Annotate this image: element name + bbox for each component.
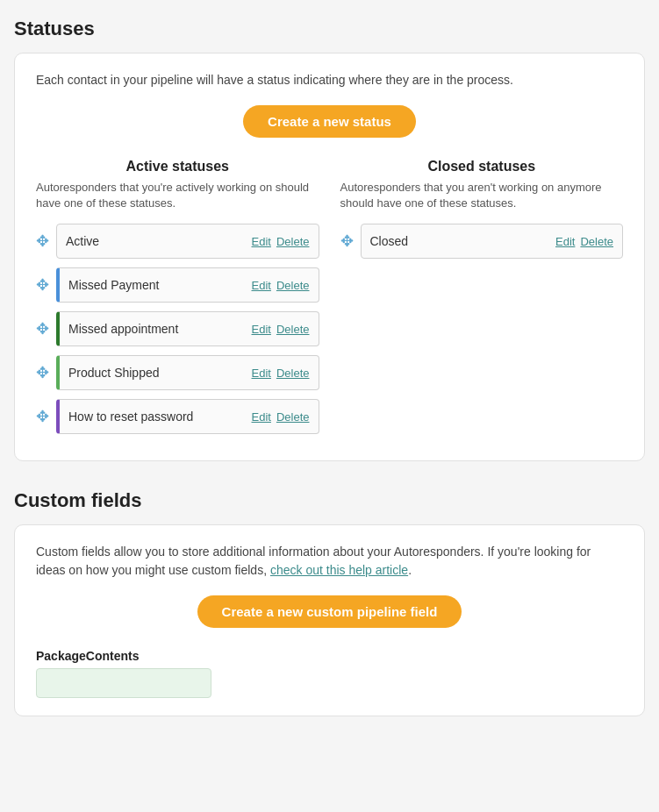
statuses-columns: Active statuses Autoresponders that you'… (36, 159, 623, 443)
status-actions-product-shipped: Edit Delete (252, 367, 310, 380)
drag-handle-icon[interactable]: ✥ (340, 231, 354, 251)
create-status-button[interactable]: Create a new status (243, 105, 416, 138)
custom-fields-description-end: . (408, 563, 412, 577)
edit-active-button[interactable]: Edit (252, 235, 271, 248)
status-item-missed-appointment: ✥ Missed appointment Edit Delete (36, 311, 319, 346)
statuses-description: Each contact in your pipeline will have … (36, 71, 623, 89)
status-label-product-shipped: Product Shipped (68, 366, 247, 380)
custom-field-input[interactable] (36, 668, 211, 698)
active-statuses-header: Active statuses (36, 159, 319, 175)
status-label-closed: Closed (370, 234, 551, 248)
delete-active-button[interactable]: Delete (276, 235, 310, 248)
edit-missed-payment-button[interactable]: Edit (252, 279, 271, 292)
status-box-reset-password: How to reset password Edit Delete (56, 399, 319, 434)
custom-fields-card: Custom fields allow you to store additio… (14, 524, 645, 716)
drag-handle-icon[interactable]: ✥ (36, 363, 49, 382)
statuses-card: Each contact in your pipeline will have … (14, 53, 645, 461)
drag-handle-icon[interactable]: ✥ (36, 231, 49, 251)
status-actions-active: Edit Delete (252, 235, 310, 248)
delete-missed-appointment-button[interactable]: Delete (276, 323, 310, 336)
create-custom-field-button[interactable]: Create a new custom pipeline field (197, 595, 462, 628)
status-actions-missed-appointment: Edit Delete (252, 323, 310, 336)
status-item-closed: ✥ Closed Edit Delete (340, 224, 624, 259)
edit-missed-appointment-button[interactable]: Edit (252, 323, 271, 336)
closed-statuses-col: Closed statuses Autoresponders that you … (340, 159, 624, 443)
custom-fields-section-title: Custom fields (14, 489, 645, 512)
custom-fields-description: Custom fields allow you to store additio… (36, 543, 623, 580)
status-actions-missed-payment: Edit Delete (252, 279, 310, 292)
status-box-product-shipped: Product Shipped Edit Delete (56, 355, 319, 390)
status-box-active: Active Edit Delete (56, 224, 319, 259)
status-label-missed-payment: Missed Payment (68, 278, 247, 292)
active-statuses-subtext: Autoresponders that you're actively work… (36, 180, 319, 211)
edit-reset-password-button[interactable]: Edit (252, 410, 271, 424)
delete-reset-password-button[interactable]: Delete (276, 410, 310, 424)
help-article-link[interactable]: check out this help article (270, 563, 408, 577)
status-actions-reset-password: Edit Delete (252, 410, 310, 424)
delete-product-shipped-button[interactable]: Delete (276, 367, 310, 380)
status-label-active: Active (66, 234, 247, 248)
status-item-missed-payment: ✥ Missed Payment Edit Delete (36, 267, 319, 303)
delete-closed-button[interactable]: Delete (580, 235, 613, 248)
status-box-missed-appointment: Missed appointment Edit Delete (56, 311, 319, 346)
delete-missed-payment-button[interactable]: Delete (276, 279, 310, 292)
status-box-missed-payment: Missed Payment Edit Delete (56, 267, 319, 303)
drag-handle-icon[interactable]: ✥ (36, 275, 49, 295)
status-item-reset-password: ✥ How to reset password Edit Delete (36, 399, 319, 434)
edit-closed-button[interactable]: Edit (555, 235, 575, 248)
closed-statuses-subtext: Autoresponders that you aren't working o… (340, 180, 624, 211)
closed-statuses-header: Closed statuses (340, 159, 624, 175)
drag-handle-icon[interactable]: ✥ (36, 407, 49, 426)
status-item-active: ✥ Active Edit Delete (36, 224, 319, 259)
status-label-missed-appointment: Missed appointment (68, 322, 247, 336)
edit-product-shipped-button[interactable]: Edit (252, 367, 271, 380)
status-label-reset-password: How to reset password (68, 410, 247, 424)
statuses-section-title: Statuses (14, 18, 645, 40)
status-box-closed: Closed Edit Delete (361, 224, 624, 259)
drag-handle-icon[interactable]: ✥ (36, 319, 49, 338)
custom-field-label: PackageContents (36, 649, 623, 663)
active-statuses-col: Active statuses Autoresponders that you'… (36, 159, 319, 443)
status-item-product-shipped: ✥ Product Shipped Edit Delete (36, 355, 319, 390)
status-actions-closed: Edit Delete (555, 235, 613, 248)
